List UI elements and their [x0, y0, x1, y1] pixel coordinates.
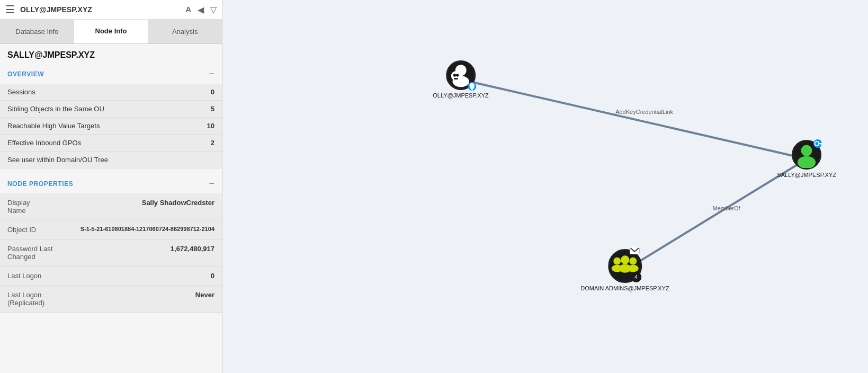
sidebar: ☰ OLLY@JMPESP.XYZ A ◀ ▽ Database Info No…	[0, 0, 222, 373]
node-properties-section: NODE PROPERTIES − Display Name Sally Sha…	[0, 174, 222, 313]
effective-gpos-row[interactable]: Effective Inbound GPOs 2	[0, 135, 222, 152]
edge-add-key-credential-link-label: AddKeyCredentialLink	[615, 109, 673, 115]
olly-location-badge	[468, 82, 476, 91]
password-last-changed-label: Password Last Changed	[7, 245, 55, 261]
sessions-value: 0	[211, 88, 214, 96]
admins-node-label: DOMAIN ADMINS@JMPESP.XYZ	[580, 285, 669, 291]
object-id-value: S-1-5-21-610801884-1217060724-862998712-…	[80, 226, 214, 234]
display-name-row: Display Name Sally ShadowCredster	[0, 193, 222, 220]
object-id-label: Object ID	[7, 226, 36, 234]
domain-ou-tree-link[interactable]: See user within Domain/OU Tree	[0, 152, 222, 168]
key-icon	[813, 139, 822, 148]
location-icon	[468, 82, 476, 91]
sally-key-badge	[813, 139, 822, 148]
tab-database-info[interactable]: Database Info	[0, 20, 74, 43]
effective-gpos-label: Effective Inbound GPOs	[7, 139, 81, 147]
svg-point-11	[798, 156, 816, 168]
email-icon	[630, 247, 639, 254]
last-logon-label: Last Logon	[7, 272, 41, 280]
display-name-label: Display Name	[7, 199, 50, 215]
last-logon-replicated-row: Last Logon (Replicated) Never	[0, 286, 222, 313]
svg-point-19	[629, 257, 637, 265]
edge-member-of-label: MemberOf	[713, 205, 741, 211]
last-logon-replicated-label: Last Logon (Replicated)	[7, 291, 50, 307]
svg-point-17	[621, 255, 629, 264]
graph-node-sally[interactable]: SALLY@JMPESP.XYZ	[777, 140, 836, 178]
olly-node-label: OLLY@JMPESP.XYZ	[433, 92, 489, 99]
top-bar-icons: A ◀ ▽	[185, 5, 217, 15]
sally-node-label: SALLY@JMPESP.XYZ	[777, 172, 836, 178]
overview-toggle[interactable]: −	[209, 68, 214, 79]
sibling-objects-label: Sibling Objects in the Same OU	[7, 105, 104, 113]
reachable-hvt-label: Reachable High Value Targets	[7, 122, 100, 130]
admins-count-badge: 4	[631, 272, 641, 282]
mark-icon[interactable]: A	[185, 5, 191, 15]
tabs: Database Info Node Info Analysis	[0, 20, 222, 44]
sessions-label: Sessions	[7, 88, 35, 96]
sally-node-circle	[792, 140, 821, 170]
reachable-hvt-row[interactable]: Reachable High Value Targets 10	[0, 118, 222, 135]
node-properties-header: NODE PROPERTIES −	[0, 174, 222, 193]
graph-canvas[interactable]: AddKeyCredentialLink MemberOf	[222, 0, 868, 373]
graph-node-domain-admins[interactable]: 4 DOMAIN ADMINS@JMPESP.XYZ	[580, 249, 669, 291]
tab-analysis[interactable]: Analysis	[148, 20, 222, 43]
last-logon-replicated-value: Never	[195, 291, 214, 307]
svg-point-6	[456, 74, 459, 76]
reachable-hvt-value: 10	[207, 122, 214, 130]
svg-point-20	[628, 265, 639, 272]
svg-line-0	[461, 79, 807, 159]
top-bar-title: OLLY@JMPESP.XYZ	[20, 5, 180, 14]
olly-node-circle	[446, 60, 476, 90]
filter-icon[interactable]: ▽	[210, 5, 217, 15]
svg-point-15	[613, 257, 621, 265]
selected-node-name: SALLY@JMPESP.XYZ	[0, 44, 222, 64]
overview-title: OVERVIEW	[7, 70, 44, 78]
graph-node-olly[interactable]: OLLY@JMPESP.XYZ	[433, 60, 489, 99]
sibling-objects-value: 5	[211, 105, 214, 113]
password-last-changed-value: 1,672,480,917	[171, 245, 214, 261]
effective-gpos-value: 2	[211, 139, 214, 147]
object-id-row: Object ID S-1-5-21-610801884-1217060724-…	[0, 220, 222, 239]
top-bar: ☰ OLLY@JMPESP.XYZ A ◀ ▽	[0, 0, 222, 20]
node-properties-toggle[interactable]: −	[209, 178, 214, 189]
display-name-value: Sally ShadowCredster	[142, 199, 214, 215]
last-logon-value: 0	[211, 272, 214, 280]
svg-point-10	[801, 145, 812, 156]
last-logon-row: Last Logon 0	[0, 267, 222, 286]
menu-icon[interactable]: ☰	[5, 3, 15, 16]
sibling-objects-row[interactable]: Sibling Objects in the Same OU 5	[0, 101, 222, 118]
tab-node-info[interactable]: Node Info	[74, 20, 148, 43]
back-icon[interactable]: ◀	[198, 5, 204, 15]
graph-edges: AddKeyCredentialLink MemberOf	[222, 0, 868, 373]
svg-point-12	[815, 141, 819, 146]
svg-point-5	[453, 74, 456, 76]
sessions-row[interactable]: Sessions 0	[0, 84, 222, 101]
svg-marker-9	[469, 87, 475, 91]
admins-node-circle: 4	[608, 249, 642, 283]
svg-rect-7	[454, 78, 458, 79]
password-last-changed-row: Password Last Changed 1,672,480,917	[0, 239, 222, 267]
node-properties-title: NODE PROPERTIES	[7, 180, 73, 188]
admins-email-badge	[630, 247, 639, 254]
overview-section-header: OVERVIEW −	[0, 64, 222, 84]
